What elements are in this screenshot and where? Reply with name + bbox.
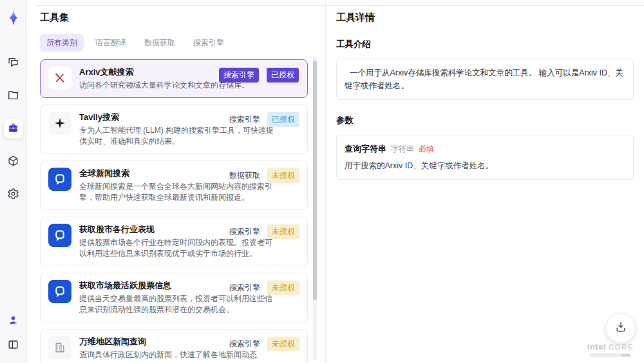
sidebar-menu [4, 54, 23, 204]
news-icon [48, 168, 71, 191]
cube-icon [7, 155, 19, 170]
core-brand-text: CORE [609, 343, 634, 351]
param-list: 查询字符串字符串必填用于搜索的Arxiv ID、关键字或作者姓名。 [336, 135, 634, 180]
intel-badge-bar [590, 353, 631, 357]
tool-card-meta: 搜索引擎未授权 [229, 337, 299, 351]
tool-status-badge: 未授权 [267, 224, 299, 239]
arxiv-icon [48, 66, 71, 90]
sidebar-item-user[interactable] [4, 311, 23, 331]
tool-status-badge: 未授权 [267, 337, 299, 351]
detail-title: 工具详情 [336, 12, 634, 24]
param-description: 用于搜索的Arxiv ID、关键字或作者姓名。 [345, 161, 625, 172]
tool-intro-text: 一个用于从Arxiv存储库搜索科学论文和文章的工具。 输入可以是Arxiv ID… [336, 59, 634, 100]
user-avatar-icon [7, 314, 19, 329]
intel-core-logo: intelCORE [583, 342, 638, 357]
tool-status-badge: 未授权 [267, 168, 299, 183]
page-title: 工具集 [40, 12, 325, 24]
param-type: 字符串 [391, 144, 414, 155]
param-required-flag: 必填 [419, 144, 434, 155]
toolbox-icon [7, 122, 19, 137]
sidebar-item-panel-toggle[interactable] [4, 336, 23, 355]
tool-name: 万维地区新闻查询 [79, 336, 216, 348]
building-icon [48, 336, 71, 359]
tool-name: Arxiv文献搜索 [79, 66, 216, 78]
tool-card[interactable]: Arxiv文献搜索访问各个研究领域大量科学论文和文章的存储库。搜索引擎已授权 [40, 59, 308, 98]
tool-description: 全球新闻搜索是一个聚合全球各大新闻网站内容的搜索引擎，帮助用户快速获取全球最新资… [79, 181, 274, 203]
tool-card[interactable]: 全球新闻搜索全球新闻搜索是一个聚合全球各大新闻网站内容的搜索引擎，帮助用户快速获… [40, 161, 308, 210]
tool-category-badge: 搜索引擎 [229, 282, 260, 293]
tool-category-badge: 数据获取 [229, 170, 260, 181]
intel-brand-text: intel [587, 342, 606, 351]
tool-card[interactable]: 万维地区新闻查询查询具体行政区划内的新闻，快速了解各地新闻动态搜索引擎未授权 [40, 329, 308, 363]
download-icon [614, 320, 627, 336]
param-name: 查询字符串 [345, 143, 386, 155]
tool-description: 提供股票市场各个行业在特定时间段内的表现。投资者可以利用这些信息来识别表现优于或… [79, 237, 274, 259]
tool-status-badge: 已授权 [266, 67, 299, 83]
tool-category-badge: 搜索引擎 [229, 226, 260, 237]
app-window: 工具集 所有类别语言翻译数据获取搜索引擎 Arxiv文献搜索访问各个研究领域大量… [0, 0, 644, 363]
scrollbar-thumb[interactable] [313, 61, 317, 300]
tool-card[interactable]: Tavily搜索专为人工智能代理 (LLM) 构建的搜索引擎工具，可快速提供实时… [40, 104, 308, 154]
app-logo-icon [5, 8, 23, 29]
chat-icon [7, 56, 19, 71]
news-icon [48, 224, 71, 247]
tool-description: 提供当天交易量最高的股票列表，投资者可以利用这些信息来识别流动性强的股票和潜在的… [79, 293, 274, 315]
tab-language-translation[interactable]: 语言翻译 [89, 34, 133, 52]
tab-search-engine[interactable]: 搜索引擎 [187, 34, 231, 52]
tool-name: Tavily搜索 [79, 112, 216, 123]
tool-name: 获取市场最活跃股票信息 [79, 280, 216, 291]
tool-card-meta: 搜索引擎已授权 [219, 67, 299, 83]
sidebar-item-chat[interactable] [4, 54, 23, 73]
tool-card-meta: 搜索引擎已授权 [229, 112, 299, 127]
sidebar-bottom [4, 311, 23, 355]
top-divider [35, 5, 644, 6]
sidebar-item-toolbox[interactable] [4, 119, 23, 139]
tool-category-badge: 搜索引擎 [219, 68, 259, 83]
gear-icon [7, 188, 19, 202]
tool-status-badge: 已授权 [267, 112, 299, 127]
sidebar-item-folder[interactable] [4, 86, 23, 106]
param-header: 查询字符串字符串必填 [345, 143, 625, 155]
tool-name: 全球新闻搜索 [79, 168, 216, 179]
param-card: 查询字符串字符串必填用于搜索的Arxiv ID、关键字或作者姓名。 [336, 135, 634, 180]
download-button[interactable] [606, 313, 636, 343]
tool-card[interactable]: 获取股市各行业表现提供股票市场各个行业在特定时间段内的表现。投资者可以利用这些信… [40, 217, 308, 266]
tool-description: 专为人工智能代理 (LLM) 构建的搜索引擎工具，可快速提供实时、准确和真实的结… [79, 125, 274, 147]
params-section-title: 参数 [336, 115, 634, 126]
folder-icon [7, 89, 19, 104]
tab-all-categories[interactable]: 所有类别 [40, 34, 84, 52]
tool-card-meta: 数据获取未授权 [229, 168, 299, 183]
category-tabs: 所有类别语言翻译数据获取搜索引擎 [40, 34, 325, 52]
tool-name: 获取股市各行业表现 [79, 224, 216, 235]
tool-card-meta: 搜索引擎未授权 [229, 280, 299, 295]
tool-status-badge: 未授权 [267, 280, 299, 295]
tool-list-panel: 工具集 所有类别语言翻译数据获取搜索引擎 Arxiv文献搜索访问各个研究领域大量… [27, 0, 325, 363]
tool-list-scrollbar[interactable] [313, 57, 317, 360]
tool-detail-panel: 工具详情 工具介绍 一个用于从Arxiv存储库搜索科学论文和文章的工具。 输入可… [325, 0, 644, 363]
intro-section-title: 工具介绍 [336, 39, 634, 50]
news-icon [48, 280, 71, 303]
tool-category-badge: 搜索引擎 [229, 338, 260, 349]
tool-list: Arxiv文献搜索访问各个研究领域大量科学论文和文章的存储库。搜索引擎已授权Ta… [40, 59, 308, 363]
tool-card-meta: 搜索引擎未授权 [229, 224, 299, 239]
tool-card[interactable]: 获取市场最活跃股票信息提供当天交易量最高的股票列表，投资者可以利用这些信息来识别… [40, 273, 308, 322]
tab-data-fetch[interactable]: 数据获取 [138, 34, 182, 52]
sidebar-item-settings[interactable] [4, 185, 23, 204]
tool-category-badge: 搜索引擎 [229, 114, 260, 125]
sidebar-item-cube[interactable] [4, 152, 23, 172]
sidebar-rail [0, 0, 27, 363]
panel-toggle-icon [7, 338, 19, 353]
tavily-icon [48, 112, 71, 135]
